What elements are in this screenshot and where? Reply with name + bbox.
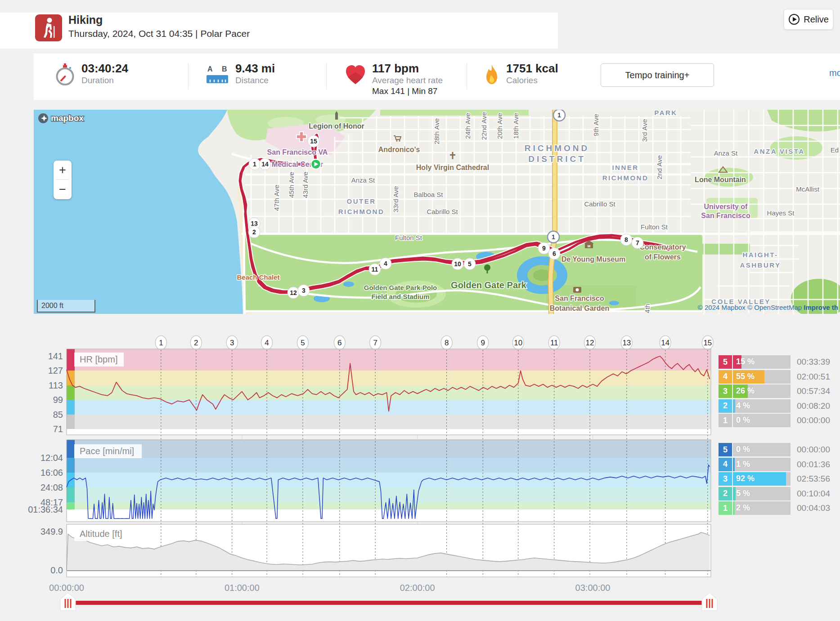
relive-label: Relive	[804, 14, 829, 25]
zone-number-chip: 1	[719, 501, 732, 515]
zoom-out-button[interactable]: −	[54, 180, 72, 199]
zone-percent-bar: 15 %	[733, 355, 791, 369]
lap-map-marker[interactable]: 12	[287, 287, 299, 299]
stopwatch-icon	[55, 62, 75, 88]
lap-marker-badge[interactable]: 1	[155, 336, 166, 350]
camera-icon	[573, 287, 581, 293]
hr-ytick: 71	[53, 424, 63, 434]
page-title: Hiking	[68, 13, 103, 27]
lap-map-marker[interactable]: 14	[259, 158, 271, 170]
lap-marker-badge[interactable]: 2	[190, 336, 202, 350]
duration-value: 03:40:24	[81, 62, 128, 75]
training-benefit-button[interactable]: Tempo training+	[601, 63, 714, 87]
lap-marker-badge[interactable]: 11	[548, 336, 560, 350]
pace-chart-title: Pace [min/mi]	[80, 446, 134, 456]
hr-zone-band	[67, 349, 711, 371]
zone-percent-bar: 4 %	[733, 399, 791, 413]
lap-map-marker[interactable]: 5	[464, 258, 476, 270]
lap-marker-badge[interactable]: 8	[441, 336, 452, 350]
lap-map-marker[interactable]: 11	[369, 264, 381, 275]
svg-text:11: 11	[372, 266, 378, 273]
map-label: RICHMOND	[602, 174, 649, 182]
lap-marker-badge[interactable]: 5	[297, 336, 308, 350]
relive-button[interactable]: Relive	[784, 9, 833, 30]
lap-map-marker[interactable]: 2	[248, 226, 260, 238]
time-range-bar[interactable]	[67, 601, 711, 605]
lap-marker-badge[interactable]: 14	[660, 336, 671, 350]
map-label: 4th	[643, 304, 651, 313]
zone-number-chip: 5	[719, 355, 732, 369]
stat-duration: 03:40:24 Duration	[55, 62, 128, 88]
hr-zone-row: 10 %00:00:00	[719, 414, 838, 427]
svg-text:14: 14	[661, 339, 669, 347]
map-label: PARK	[654, 110, 677, 116]
map-label: Lone Mountain	[695, 176, 746, 183]
stat-heart-rate: 117 bpm Average heart rate Max 141 | Min…	[345, 62, 443, 97]
map-label: Cabrillo St	[584, 200, 615, 208]
zoom-in-button[interactable]: +	[54, 161, 72, 179]
marker-a: A	[207, 65, 213, 73]
zone-number-chip: 2	[719, 487, 732, 500]
svg-text:4: 4	[384, 260, 387, 267]
lap-marker-badge[interactable]: 3	[226, 336, 238, 350]
svg-text:8: 8	[445, 339, 449, 347]
svg-text:1: 1	[557, 112, 561, 119]
lap-marker-badge[interactable]: 6	[334, 336, 345, 350]
svg-text:7: 7	[373, 339, 377, 347]
hiking-icon	[35, 14, 62, 41]
svg-text:9: 9	[542, 245, 546, 252]
svg-text:14: 14	[261, 161, 269, 168]
map-label: Cabrillo St	[427, 208, 458, 215]
lap-marker-badge[interactable]: 13	[621, 336, 632, 350]
zone-time-label: 00:00:00	[797, 415, 830, 425]
hr-zone-band	[67, 371, 711, 385]
map-label: 2nd Ave	[656, 155, 663, 179]
lap-map-marker[interactable]: 3	[298, 285, 310, 296]
pace-ytick: 01:36:34	[28, 505, 63, 514]
heart-icon	[345, 62, 366, 88]
map-label: OUTER	[347, 197, 376, 205]
map-label: Andronico's	[378, 146, 420, 153]
svg-text:10: 10	[514, 339, 522, 347]
lap-map-marker[interactable]: 10	[452, 258, 463, 270]
lap-marker-badge[interactable]: 9	[477, 336, 489, 350]
lap-map-marker[interactable]: 4	[380, 258, 391, 269]
more-link[interactable]: mo	[829, 68, 840, 78]
zone-percent-bar: 1 %	[733, 458, 791, 471]
lap-map-marker[interactable]: 1	[249, 158, 261, 170]
svg-text:12: 12	[290, 289, 297, 296]
lap-marker-badge[interactable]: 12	[584, 336, 596, 350]
map-label: INNER	[612, 164, 638, 171]
lap-marker-badge[interactable]: 10	[512, 336, 524, 350]
map-label: Conservatory	[639, 243, 686, 251]
lap-map-marker[interactable]: 6	[548, 248, 560, 259]
improve-map-link[interactable]: Improve th	[804, 304, 838, 311]
lap-map-marker[interactable]: 7	[632, 237, 643, 249]
map-label: Golden Gate Park Polo	[364, 284, 437, 291]
hr-zone-band	[67, 400, 711, 415]
svg-text:2: 2	[194, 339, 198, 347]
route-map[interactable]: M Legion of HonorSan Francisco VAMedical…	[34, 110, 840, 314]
flame-icon	[484, 62, 500, 88]
map-label: 47th Ave	[273, 185, 280, 211]
map-label: Legion of Honor	[309, 122, 364, 130]
map-label: San Francisco	[555, 295, 604, 302]
lap-map-marker[interactable]: 15	[308, 135, 319, 147]
lap-map-marker[interactable]: 8	[620, 234, 632, 246]
range-handle[interactable]	[60, 593, 76, 611]
range-handle[interactable]	[702, 593, 717, 611]
lap-marker-badge[interactable]: 4	[261, 336, 273, 350]
map-zoom-control: + −	[54, 161, 72, 199]
zone-percent-label: 0 %	[736, 415, 750, 425]
attribution-links[interactable]: © 2024 Mapbox © OpenStreetMap	[698, 304, 804, 311]
lap-map-marker[interactable]: 9	[538, 242, 550, 254]
charts-panel[interactable]: 123456789101112131415HR [bpm]Pace [min/m…	[0, 324, 840, 621]
svg-text:2: 2	[252, 228, 256, 236]
svg-text:13: 13	[622, 339, 631, 347]
heart-rate-value: 117 bpm	[372, 62, 443, 75]
lap-marker-badge[interactable]: 15	[702, 336, 713, 350]
map-label: Fulton St	[641, 223, 668, 231]
marker-b: B	[222, 65, 227, 73]
lap-marker-badge[interactable]: 7	[370, 336, 381, 350]
pace-zone-band	[67, 458, 711, 473]
